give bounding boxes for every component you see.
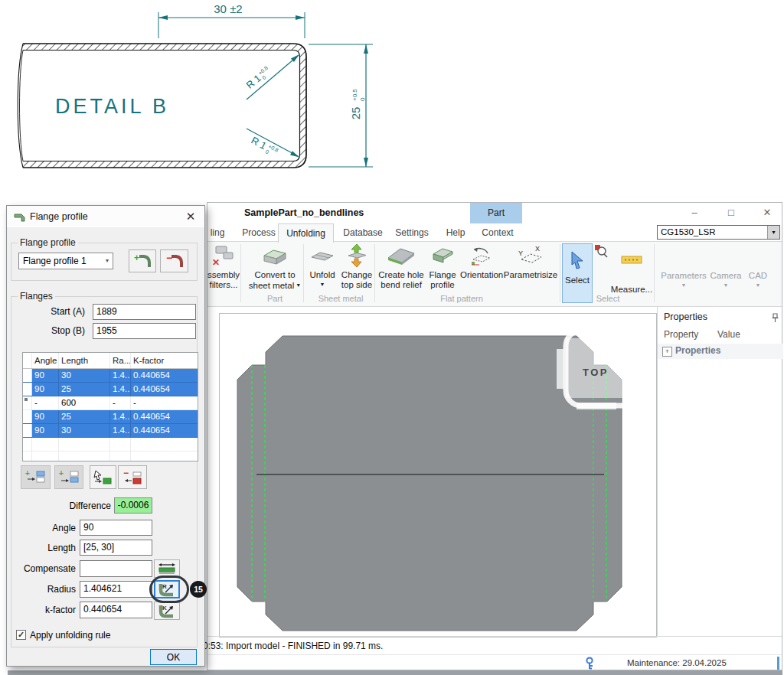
- table-cell[interactable]: [131, 438, 198, 451]
- parametrisize-button[interactable]: XY Parametrisize: [503, 243, 558, 280]
- measure-button[interactable]: Measure...: [608, 243, 655, 295]
- table-cell[interactable]: 30: [59, 369, 110, 382]
- table-cell[interactable]: -: [131, 396, 198, 409]
- pin-icon[interactable]: [771, 312, 779, 326]
- row-selector-cell[interactable]: [23, 452, 32, 461]
- camera-button[interactable]: Camera ▼: [708, 243, 743, 288]
- minimize-button[interactable]: –: [686, 205, 703, 220]
- tab-help[interactable]: Help: [442, 223, 469, 242]
- table-cell[interactable]: [32, 438, 59, 451]
- chevron-down-icon[interactable]: ▼: [767, 226, 779, 239]
- tab-database[interactable]: Database: [339, 223, 387, 242]
- table-cell[interactable]: [110, 438, 131, 451]
- tab-modeling[interactable]: ling: [207, 223, 227, 242]
- table-cell[interactable]: [59, 438, 110, 451]
- parametrisize-label: Parametrisize: [503, 270, 558, 280]
- table-row[interactable]: -600--: [23, 396, 198, 410]
- cad-button[interactable]: CAD ▼: [745, 243, 771, 288]
- group-label-flat-pattern: Flat pattern: [423, 294, 500, 303]
- table-cell[interactable]: 90: [32, 369, 59, 382]
- start-input[interactable]: 1889: [93, 304, 196, 320]
- radius-input[interactable]: 1.404621: [80, 581, 152, 598]
- status-bar: 0:53: Import model - FINISHED in 99.71 m…: [207, 636, 782, 654]
- row-selector-cell[interactable]: [23, 396, 32, 409]
- table-row[interactable]: [23, 438, 198, 452]
- kfactor-tool-button[interactable]: K: [154, 602, 180, 620]
- kfactor-input[interactable]: 0.440654: [80, 602, 152, 618]
- table-cell[interactable]: [131, 452, 198, 461]
- angle-input[interactable]: 90: [80, 520, 152, 536]
- row-selector-cell[interactable]: [23, 410, 32, 423]
- table-cell[interactable]: [110, 452, 131, 461]
- dialog-title-bar[interactable]: Flange profile ✕: [7, 206, 204, 227]
- tab-settings[interactable]: Settings: [393, 223, 431, 242]
- compensate-input[interactable]: [80, 560, 152, 577]
- table-cell[interactable]: 30: [59, 424, 110, 437]
- table-cell[interactable]: 25: [59, 410, 110, 423]
- convert-to-sheet-metal-label: Convert to sheet metal▼: [248, 270, 302, 291]
- table-cell[interactable]: 600: [59, 396, 110, 409]
- change-top-side-button[interactable]: Change top side: [339, 243, 374, 290]
- convert-to-sheet-metal-button[interactable]: Convert to sheet metal▼: [248, 243, 302, 291]
- table-cell[interactable]: 25: [59, 383, 110, 396]
- flange-table[interactable]: AngleLengthRa...K-factor 90301.4...0.440…: [22, 352, 198, 461]
- row-selector-cell[interactable]: [23, 369, 32, 382]
- apply-unfolding-rule-checkbox[interactable]: ✓: [16, 630, 26, 640]
- row-selector-cell[interactable]: [23, 383, 32, 396]
- table-cell[interactable]: [32, 452, 59, 461]
- create-hole-bend-relief-button[interactable]: Create hole bend relief: [377, 243, 425, 290]
- viewport-canvas[interactable]: TOP: [219, 313, 657, 638]
- table-cell[interactable]: 0.440654: [131, 424, 198, 437]
- table-cell[interactable]: 1.4...: [110, 410, 131, 423]
- table-row[interactable]: 90301.4...0.440654: [23, 424, 198, 438]
- unfold-button[interactable]: Unfold ▼: [307, 243, 338, 287]
- table-cell[interactable]: 0.440654: [131, 383, 198, 396]
- flange-profile-icon: [426, 243, 459, 268]
- length-input[interactable]: [25, 30]: [80, 540, 152, 556]
- table-row[interactable]: 90301.4...0.440654: [23, 369, 198, 383]
- close-button[interactable]: ✕: [759, 205, 776, 220]
- flange-profile-combo[interactable]: Flange profile 1 ▾: [18, 253, 113, 269]
- zoom-select-icon[interactable]: [594, 244, 608, 261]
- tab-context[interactable]: Context: [475, 223, 520, 242]
- machine-combo[interactable]: CG1530_LSR ▼: [657, 225, 780, 240]
- tree-expand-icon[interactable]: +: [662, 347, 672, 357]
- insert-row-after-button[interactable]: +: [54, 465, 83, 489]
- pick-row-button[interactable]: [90, 465, 116, 489]
- table-cell[interactable]: -: [32, 396, 59, 409]
- table-row[interactable]: [23, 452, 198, 461]
- flange-profile-button[interactable]: Flange profile: [426, 243, 459, 290]
- table-cell[interactable]: [59, 452, 110, 461]
- add-profile-button[interactable]: +: [129, 249, 156, 272]
- maximize-button[interactable]: □: [723, 205, 740, 220]
- tab-process[interactable]: Process: [238, 223, 279, 242]
- remove-profile-button[interactable]: −: [160, 249, 188, 272]
- parameters-button[interactable]: Parameters ▼: [661, 243, 707, 288]
- svg-text:+0.5: +0.5: [351, 89, 358, 101]
- table-cell[interactable]: 0.440654: [131, 369, 198, 382]
- table-cell[interactable]: -: [110, 396, 131, 409]
- properties-tree-row[interactable]: + Properties: [658, 344, 783, 359]
- table-cell[interactable]: 1.4...: [110, 369, 131, 382]
- table-cell[interactable]: 90: [32, 383, 59, 396]
- row-selector-cell[interactable]: [23, 438, 32, 451]
- dialog-close-icon[interactable]: ✕: [185, 210, 197, 223]
- table-cell[interactable]: 1.4...: [110, 424, 131, 437]
- row-selector-cell[interactable]: [23, 424, 32, 437]
- table-cell[interactable]: 90: [32, 424, 59, 437]
- stop-input[interactable]: 1955: [93, 323, 196, 339]
- orientation-button[interactable]: Orientation: [460, 243, 501, 280]
- assembly-filters-button[interactable]: ✕ ssembly filters...: [203, 243, 244, 290]
- table-cell[interactable]: 0.440654: [131, 410, 198, 423]
- table-header-cell: [23, 353, 32, 368]
- table-cell[interactable]: 1.4...: [110, 383, 131, 396]
- tab-unfolding[interactable]: Unfolding: [278, 223, 334, 243]
- property-column-header: Property: [664, 329, 698, 340]
- table-cell[interactable]: 90: [32, 410, 59, 423]
- context-tab-part[interactable]: Part: [470, 203, 522, 223]
- ok-button[interactable]: OK: [150, 649, 197, 665]
- table-row[interactable]: 90251.4...0.440654: [23, 383, 198, 396]
- table-row[interactable]: 90251.4...0.440654: [23, 410, 198, 424]
- remove-row-button[interactable]: −: [118, 465, 147, 489]
- insert-row-before-button[interactable]: +: [21, 465, 51, 489]
